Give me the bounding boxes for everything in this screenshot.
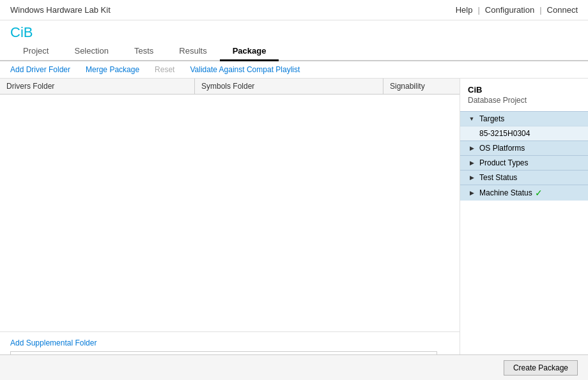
targets-section: ▼ Targets 85-3215H0304 <box>460 111 588 141</box>
column-headers: Drivers Folder Symbols Folder Signabilit… <box>0 79 460 95</box>
targets-label: Targets <box>479 114 504 123</box>
cib-heading: CiB <box>0 20 588 42</box>
test-status-item[interactable]: ▶ Test Status <box>460 170 588 185</box>
machine-status-chevron-icon: ▶ <box>468 189 476 197</box>
validate-against-button[interactable]: Validate Against Compat Playlist <box>190 64 300 75</box>
right-panel-title: CiB <box>460 85 588 96</box>
test-status-chevron-icon: ▶ <box>468 174 476 181</box>
sep2: | <box>539 5 541 15</box>
tab-package[interactable]: Package <box>220 42 279 61</box>
configuration-link[interactable]: Configuration <box>485 5 534 15</box>
tab-project[interactable]: Project <box>10 42 61 61</box>
os-platforms-label: OS Platforms <box>479 144 525 153</box>
col-signability: Signability <box>383 79 460 94</box>
os-platforms-chevron-icon: ▶ <box>468 144 476 152</box>
sep1: | <box>477 5 479 15</box>
nav-tabs: Project Selection Tests Results Package <box>0 42 588 61</box>
toolbar: Add Driver Folder Merge Package Reset Va… <box>0 61 588 79</box>
connect-link[interactable]: Connect <box>547 5 578 15</box>
right-panel: CiB Database Project ▼ Targets 85-3215H0… <box>460 79 588 376</box>
tab-tests[interactable]: Tests <box>121 42 166 61</box>
targets-item[interactable]: ▼ Targets <box>460 111 588 126</box>
col-symbols-folder: Symbols Folder <box>195 79 383 94</box>
product-types-label: Product Types <box>479 158 529 167</box>
content-area: Drivers Folder Symbols Folder Signabilit… <box>0 79 460 376</box>
bottom-bar: Create Package <box>0 354 588 380</box>
add-supplemental-folder-button[interactable]: Add Supplemental Folder <box>10 338 97 351</box>
tab-selection[interactable]: Selection <box>61 42 121 61</box>
targets-child: 85-3215H0304 <box>460 126 588 141</box>
app-title: Windows Hardware Lab Kit <box>10 5 111 15</box>
right-panel-subtitle: Database Project <box>460 96 588 111</box>
help-link[interactable]: Help <box>456 5 473 15</box>
add-driver-folder-button[interactable]: Add Driver Folder <box>10 64 70 75</box>
os-platforms-item[interactable]: ▶ OS Platforms <box>460 141 588 155</box>
machine-status-checkmark-icon: ✓ <box>535 188 543 198</box>
targets-chevron-icon: ▼ <box>468 115 476 123</box>
test-status-label: Test Status <box>479 173 517 182</box>
top-links: Help | Configuration | Connect <box>456 5 578 15</box>
product-types-chevron-icon: ▶ <box>468 159 476 167</box>
tab-results[interactable]: Results <box>166 42 219 61</box>
reset-button[interactable]: Reset <box>155 64 174 75</box>
content-rows <box>0 95 460 331</box>
top-bar: Windows Hardware Lab Kit Help | Configur… <box>0 0 588 20</box>
machine-status-item[interactable]: ▶ Machine Status ✓ <box>460 185 588 201</box>
create-package-button[interactable]: Create Package <box>504 360 578 376</box>
main-layout: Drivers Folder Symbols Folder Signabilit… <box>0 79 588 376</box>
product-types-item[interactable]: ▶ Product Types <box>460 155 588 170</box>
machine-status-label: Machine Status <box>479 188 532 197</box>
merge-package-button[interactable]: Merge Package <box>86 64 139 75</box>
col-drivers-folder: Drivers Folder <box>0 79 195 94</box>
